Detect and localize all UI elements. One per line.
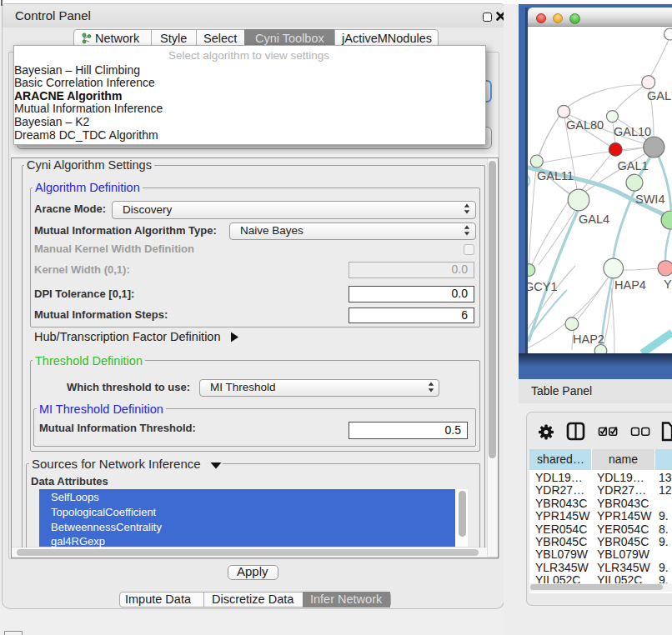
svg-text:GAL80: GAL80 (566, 118, 604, 132)
svg-text:HAP4: HAP4 (614, 278, 646, 292)
svg-text:YP: YP (664, 278, 672, 291)
svg-text:GAL11: GAL11 (537, 169, 574, 182)
svg-text:HAP2: HAP2 (573, 332, 604, 346)
svg-text:SWI4: SWI4 (635, 192, 664, 206)
svg-text:GAL10: GAL10 (614, 125, 651, 138)
svg-text:GAL1: GAL1 (618, 159, 649, 172)
svg-text:GAL7: GAL7 (647, 89, 672, 102)
svg-text:GAL4: GAL4 (579, 212, 609, 226)
svg-text:GCY1: GCY1 (528, 280, 558, 293)
